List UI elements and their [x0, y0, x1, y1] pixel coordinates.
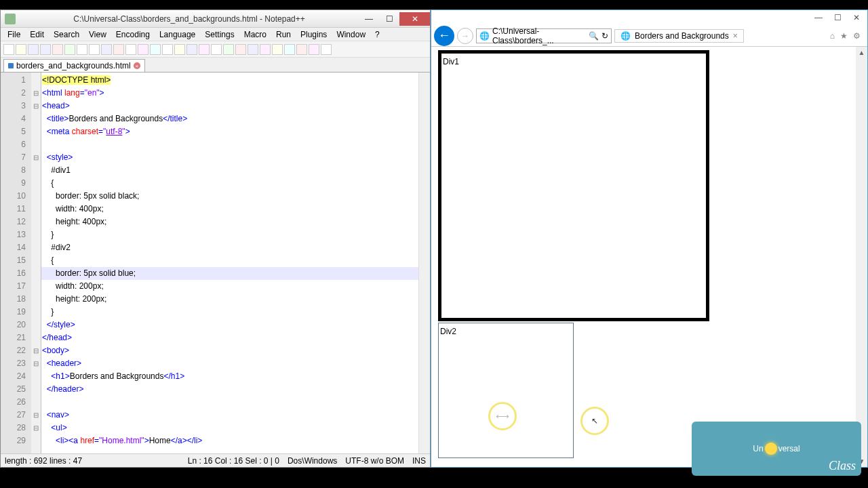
- fold-column[interactable]: ⊟⊟⊟⊟⊟⊟⊟: [31, 73, 41, 453]
- toolbar-icon[interactable]: [40, 44, 51, 55]
- fold-toggle[interactable]: ⊟: [31, 100, 41, 113]
- code-line[interactable]: [41, 396, 418, 409]
- toolbar-icon[interactable]: [3, 44, 14, 55]
- code-line[interactable]: <meta charset="utf-8">: [41, 125, 418, 138]
- fold-toggle[interactable]: ⊟: [31, 409, 41, 422]
- code-line[interactable]: #div2: [41, 241, 418, 254]
- code-line[interactable]: <li><a href="Home.html">Home</a></li>: [41, 434, 418, 447]
- code-line[interactable]: </header>: [41, 383, 418, 396]
- fold-toggle[interactable]: [31, 331, 41, 344]
- toolbar-icon[interactable]: [321, 44, 332, 55]
- minimize-button[interactable]: —: [359, 12, 379, 26]
- page-scrollbar[interactable]: ▲ ▼: [856, 47, 867, 467]
- fold-toggle[interactable]: [31, 267, 41, 280]
- fold-toggle[interactable]: [31, 254, 41, 267]
- close-button[interactable]: ✕: [399, 12, 430, 26]
- menu-macro[interactable]: Macro: [240, 28, 271, 41]
- toolbar-icon[interactable]: [223, 44, 234, 55]
- refresh-icon[interactable]: ↻: [601, 31, 608, 41]
- maximize-button[interactable]: ☐: [379, 12, 399, 26]
- fold-toggle[interactable]: [31, 113, 41, 125]
- code-line[interactable]: }: [41, 306, 418, 319]
- fold-toggle[interactable]: [31, 228, 41, 241]
- code-line[interactable]: width: 200px;: [41, 280, 418, 293]
- code-line[interactable]: height: 200px;: [41, 293, 418, 306]
- home-icon[interactable]: ⌂: [830, 31, 835, 41]
- code-line[interactable]: </head>: [41, 331, 418, 344]
- toolbar-icon[interactable]: [260, 44, 271, 55]
- code-line[interactable]: <ul>: [41, 422, 418, 434]
- fold-toggle[interactable]: ⊟: [31, 357, 41, 370]
- toolbar-icon[interactable]: [309, 44, 319, 55]
- toolbar-icon[interactable]: [101, 44, 112, 55]
- code-line[interactable]: }: [41, 228, 418, 241]
- toolbar-icon[interactable]: [89, 44, 100, 55]
- code-line[interactable]: height: 400px;: [41, 216, 418, 228]
- toolbar-icon[interactable]: [28, 44, 39, 55]
- code-line[interactable]: #div1: [41, 164, 418, 177]
- code-line[interactable]: <!DOCTYPE html>: [41, 74, 418, 87]
- code-line[interactable]: border: 5px solid blue;: [41, 267, 418, 280]
- npp-titlebar[interactable]: C:\Universal-Class\borders_and_backgroun…: [1, 10, 430, 28]
- fold-toggle[interactable]: [31, 203, 41, 216]
- toolbar-icon[interactable]: [296, 44, 307, 55]
- menu-language[interactable]: Language: [155, 28, 199, 41]
- menu-plugins[interactable]: Plugins: [296, 28, 331, 41]
- gear-icon[interactable]: ⚙: [853, 31, 861, 41]
- ie-close-button[interactable]: ✕: [847, 12, 866, 24]
- code-line[interactable]: <head>: [41, 100, 418, 113]
- toolbar-icon[interactable]: [186, 44, 197, 55]
- back-button[interactable]: ←: [434, 26, 454, 46]
- ie-minimize-button[interactable]: —: [809, 12, 828, 24]
- menu-search[interactable]: Search: [50, 28, 83, 41]
- code-line[interactable]: <body>: [41, 344, 418, 357]
- fold-toggle[interactable]: [31, 319, 41, 331]
- toolbar-icon[interactable]: [199, 44, 210, 55]
- code-line[interactable]: width: 400px;: [41, 203, 418, 216]
- toolbar-icon[interactable]: [64, 44, 75, 55]
- address-bar[interactable]: 🌐 C:\Universal-Class\borders_... 🔍 ↻: [476, 28, 612, 43]
- fold-toggle[interactable]: [31, 370, 41, 383]
- fold-toggle[interactable]: [31, 293, 41, 306]
- ie-maximize-button[interactable]: ☐: [828, 12, 847, 24]
- ie-titlebar[interactable]: — ☐ ✕: [431, 10, 867, 25]
- code-line[interactable]: <nav>: [41, 409, 418, 422]
- toolbar-icon[interactable]: [248, 44, 258, 55]
- fold-toggle[interactable]: [31, 190, 41, 203]
- toolbar-icon[interactable]: [211, 44, 222, 55]
- fold-toggle[interactable]: [31, 74, 41, 87]
- fold-toggle[interactable]: [31, 396, 41, 409]
- browser-tab[interactable]: 🌐 Borders and Backgrounds ×: [614, 29, 744, 43]
- fold-toggle[interactable]: ⊟: [31, 422, 41, 434]
- toolbar-icon[interactable]: [77, 44, 87, 55]
- code-line[interactable]: {: [41, 254, 418, 267]
- toolbar-icon[interactable]: [113, 44, 124, 55]
- fold-toggle[interactable]: ⊟: [31, 344, 41, 357]
- toolbar-icon[interactable]: [174, 44, 185, 55]
- menu-view[interactable]: View: [85, 28, 111, 41]
- favorites-icon[interactable]: ★: [840, 31, 848, 41]
- toolbar-icon[interactable]: [138, 44, 149, 55]
- fold-toggle[interactable]: [31, 383, 41, 396]
- code-line[interactable]: <h1>Borders and Backgrounds</h1>: [41, 370, 418, 383]
- toolbar-icon[interactable]: [52, 44, 63, 55]
- toolbar-icon[interactable]: [125, 44, 136, 55]
- menu-edit[interactable]: Edit: [26, 28, 48, 41]
- fold-toggle[interactable]: [31, 434, 41, 447]
- editor-scrollbar[interactable]: [418, 73, 430, 453]
- forward-button[interactable]: →: [457, 28, 473, 44]
- code-line[interactable]: <header>: [41, 357, 418, 370]
- toolbar-icon[interactable]: [284, 44, 295, 55]
- menu-run[interactable]: Run: [272, 28, 295, 41]
- toolbar-icon[interactable]: [272, 44, 283, 55]
- tab-close-icon[interactable]: ×: [733, 31, 738, 41]
- file-tab[interactable]: borders_and_backgrounds.html ×: [3, 59, 145, 72]
- fold-toggle[interactable]: [31, 125, 41, 138]
- code-editor[interactable]: 1234567891011121314151617181920212223242…: [1, 73, 430, 453]
- menu-?[interactable]: ?: [371, 28, 384, 41]
- tab-close-icon[interactable]: ×: [134, 62, 140, 69]
- menu-window[interactable]: Window: [332, 28, 370, 41]
- toolbar-icon[interactable]: [162, 44, 173, 55]
- code-line[interactable]: </style>: [41, 319, 418, 331]
- code-line[interactable]: <html lang="en">: [41, 87, 418, 100]
